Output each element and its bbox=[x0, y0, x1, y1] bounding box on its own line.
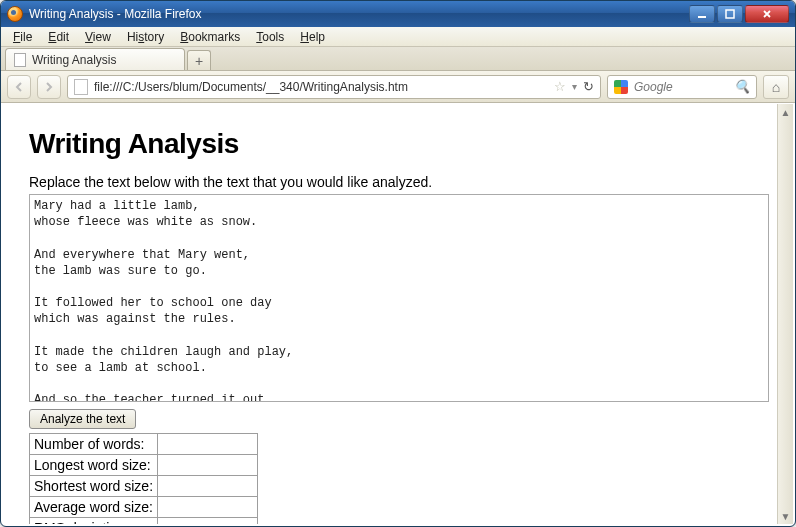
rms-label: RMS deviation: bbox=[30, 518, 158, 525]
url-text: file:///C:/Users/blum/Documents/__340/Wr… bbox=[94, 80, 408, 94]
firefox-icon bbox=[7, 6, 23, 22]
shortest-label: Shortest word size: bbox=[30, 476, 158, 497]
menu-bar: FFileile Edit View History Bookmarks Too… bbox=[1, 27, 795, 47]
menu-help[interactable]: Help bbox=[292, 28, 333, 46]
search-box[interactable]: Google 🔍 bbox=[607, 75, 757, 99]
search-placeholder: Google bbox=[634, 80, 673, 94]
search-icon[interactable]: 🔍 bbox=[734, 79, 750, 94]
page-body: Writing Analysis Replace the text below … bbox=[3, 104, 793, 524]
table-row: Number of words: bbox=[30, 434, 258, 455]
menu-edit[interactable]: Edit bbox=[40, 28, 77, 46]
close-button[interactable] bbox=[745, 5, 789, 23]
menu-history[interactable]: History bbox=[119, 28, 172, 46]
table-row: Shortest word size: bbox=[30, 476, 258, 497]
menu-view[interactable]: View bbox=[77, 28, 119, 46]
tab-strip: Writing Analysis + bbox=[1, 47, 795, 71]
page-glyph-icon bbox=[74, 79, 88, 95]
rms-value bbox=[158, 518, 258, 525]
back-button[interactable] bbox=[7, 75, 31, 99]
instruction-text: Replace the text below with the text tha… bbox=[29, 174, 775, 190]
results-table: Number of words: Longest word size: Shor… bbox=[29, 433, 258, 524]
page-scrollbar[interactable]: ▲ ▼ bbox=[777, 104, 793, 524]
table-row: Average word size: bbox=[30, 497, 258, 518]
google-icon bbox=[614, 80, 628, 94]
table-row: Longest word size: bbox=[30, 455, 258, 476]
menu-file[interactable]: FFileile bbox=[5, 28, 40, 46]
longest-value bbox=[158, 455, 258, 476]
bookmark-star-icon[interactable]: ☆ bbox=[554, 79, 566, 94]
page-viewport: Writing Analysis Replace the text below … bbox=[3, 104, 793, 524]
scroll-down-icon[interactable]: ▼ bbox=[778, 508, 793, 524]
page-heading: Writing Analysis bbox=[29, 128, 775, 160]
url-dropdown-icon[interactable]: ▾ bbox=[572, 81, 577, 92]
shortest-value bbox=[158, 476, 258, 497]
longest-label: Longest word size: bbox=[30, 455, 158, 476]
page-icon bbox=[14, 53, 26, 67]
menu-tools[interactable]: Tools bbox=[248, 28, 292, 46]
tab-label: Writing Analysis bbox=[32, 53, 116, 67]
average-value bbox=[158, 497, 258, 518]
maximize-button[interactable] bbox=[717, 5, 743, 23]
num-words-value bbox=[158, 434, 258, 455]
svg-rect-1 bbox=[726, 10, 734, 18]
menu-bookmarks[interactable]: Bookmarks bbox=[172, 28, 248, 46]
window-controls bbox=[689, 5, 789, 23]
firefox-window: Writing Analysis - Mozilla Firefox FFile… bbox=[0, 0, 796, 527]
new-tab-button[interactable]: + bbox=[187, 50, 211, 70]
nav-bar: file:///C:/Users/blum/Documents/__340/Wr… bbox=[1, 71, 795, 103]
tab-active[interactable]: Writing Analysis bbox=[5, 48, 185, 70]
analyze-button[interactable]: Analyze the text bbox=[29, 409, 136, 429]
table-row: RMS deviation: bbox=[30, 518, 258, 525]
home-button[interactable]: ⌂ bbox=[763, 75, 789, 99]
forward-button[interactable] bbox=[37, 75, 61, 99]
num-words-label: Number of words: bbox=[30, 434, 158, 455]
svg-rect-0 bbox=[698, 16, 706, 18]
minimize-button[interactable] bbox=[689, 5, 715, 23]
scroll-up-icon[interactable]: ▲ bbox=[778, 104, 793, 120]
average-label: Average word size: bbox=[30, 497, 158, 518]
window-title: Writing Analysis - Mozilla Firefox bbox=[29, 7, 202, 21]
reload-icon[interactable]: ↻ bbox=[583, 79, 594, 94]
title-bar: Writing Analysis - Mozilla Firefox bbox=[1, 1, 795, 27]
analysis-textarea[interactable] bbox=[29, 194, 769, 402]
url-bar[interactable]: file:///C:/Users/blum/Documents/__340/Wr… bbox=[67, 75, 601, 99]
